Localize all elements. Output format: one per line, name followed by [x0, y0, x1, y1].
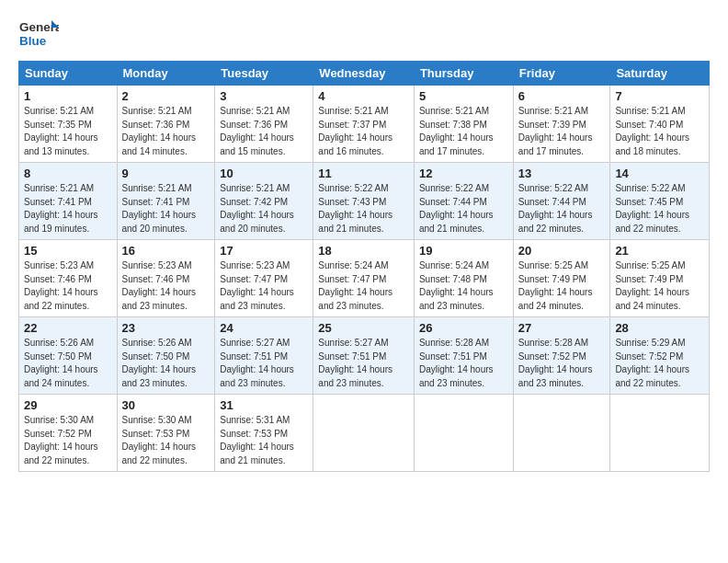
day-cell: 10Sunrise: 5:21 AM Sunset: 7:42 PM Dayli… — [215, 163, 313, 240]
calendar: SundayMondayTuesdayWednesdayThursdayFrid… — [18, 61, 710, 472]
day-cell — [414, 395, 513, 472]
day-info: Sunrise: 5:21 AM Sunset: 7:36 PM Dayligh… — [220, 105, 308, 158]
day-cell: 19Sunrise: 5:24 AM Sunset: 7:48 PM Dayli… — [414, 240, 513, 317]
day-info: Sunrise: 5:28 AM Sunset: 7:51 PM Dayligh… — [419, 337, 508, 390]
day-cell: 18Sunrise: 5:24 AM Sunset: 7:47 PM Dayli… — [313, 240, 415, 317]
day-number: 17 — [220, 244, 308, 258]
day-cell: 7Sunrise: 5:21 AM Sunset: 7:40 PM Daylig… — [610, 86, 710, 163]
day-info: Sunrise: 5:21 AM Sunset: 7:41 PM Dayligh… — [24, 182, 112, 236]
day-header: Thursday — [414, 62, 513, 86]
day-header: Sunday — [19, 62, 118, 86]
day-cell: 2Sunrise: 5:21 AM Sunset: 7:36 PM Daylig… — [117, 86, 215, 163]
day-number: 24 — [220, 321, 308, 335]
day-cell: 16Sunrise: 5:23 AM Sunset: 7:46 PM Dayli… — [117, 240, 215, 317]
day-cell: 1Sunrise: 5:21 AM Sunset: 7:35 PM Daylig… — [19, 86, 118, 163]
day-cell: 17Sunrise: 5:23 AM Sunset: 7:47 PM Dayli… — [215, 240, 313, 317]
day-number: 9 — [122, 167, 210, 180]
day-info: Sunrise: 5:24 AM Sunset: 7:47 PM Dayligh… — [318, 259, 409, 313]
day-info: Sunrise: 5:21 AM Sunset: 7:40 PM Dayligh… — [615, 105, 704, 158]
day-info: Sunrise: 5:29 AM Sunset: 7:52 PM Dayligh… — [615, 337, 704, 390]
day-cell: 9Sunrise: 5:21 AM Sunset: 7:41 PM Daylig… — [117, 163, 215, 240]
header-row: SundayMondayTuesdayWednesdayThursdayFrid… — [19, 62, 710, 86]
day-info: Sunrise: 5:22 AM Sunset: 7:45 PM Dayligh… — [615, 182, 704, 236]
day-number: 23 — [122, 321, 210, 335]
day-info: Sunrise: 5:23 AM Sunset: 7:46 PM Dayligh… — [24, 259, 112, 313]
week-row: 1Sunrise: 5:21 AM Sunset: 7:35 PM Daylig… — [19, 86, 710, 163]
day-cell: 26Sunrise: 5:28 AM Sunset: 7:51 PM Dayli… — [414, 317, 513, 395]
day-number: 6 — [518, 89, 606, 103]
day-cell: 21Sunrise: 5:25 AM Sunset: 7:49 PM Dayli… — [610, 240, 710, 317]
day-header: Tuesday — [215, 62, 313, 86]
day-info: Sunrise: 5:31 AM Sunset: 7:53 PM Dayligh… — [220, 414, 308, 467]
header: General Blue — [18, 15, 710, 55]
day-info: Sunrise: 5:21 AM Sunset: 7:38 PM Dayligh… — [419, 105, 508, 158]
day-number: 18 — [318, 244, 409, 258]
logo: General Blue — [18, 15, 59, 55]
day-number: 2 — [122, 89, 210, 103]
day-info: Sunrise: 5:27 AM Sunset: 7:51 PM Dayligh… — [318, 337, 409, 390]
day-number: 31 — [220, 398, 308, 412]
day-info: Sunrise: 5:21 AM Sunset: 7:41 PM Dayligh… — [122, 182, 210, 236]
day-header: Monday — [117, 62, 215, 86]
day-info: Sunrise: 5:26 AM Sunset: 7:50 PM Dayligh… — [122, 337, 210, 390]
day-info: Sunrise: 5:30 AM Sunset: 7:53 PM Dayligh… — [122, 414, 210, 467]
day-info: Sunrise: 5:21 AM Sunset: 7:39 PM Dayligh… — [518, 105, 606, 158]
day-number: 29 — [24, 398, 112, 412]
day-cell: 15Sunrise: 5:23 AM Sunset: 7:46 PM Dayli… — [19, 240, 118, 317]
day-cell: 6Sunrise: 5:21 AM Sunset: 7:39 PM Daylig… — [513, 86, 610, 163]
day-cell: 28Sunrise: 5:29 AM Sunset: 7:52 PM Dayli… — [610, 317, 710, 395]
day-number: 27 — [518, 321, 606, 335]
day-number: 13 — [518, 167, 606, 180]
day-number: 28 — [615, 321, 704, 335]
day-cell: 24Sunrise: 5:27 AM Sunset: 7:51 PM Dayli… — [215, 317, 313, 395]
day-number: 21 — [615, 244, 704, 258]
day-number: 14 — [615, 167, 704, 180]
day-cell: 14Sunrise: 5:22 AM Sunset: 7:45 PM Dayli… — [610, 163, 710, 240]
day-cell: 8Sunrise: 5:21 AM Sunset: 7:41 PM Daylig… — [19, 163, 118, 240]
day-info: Sunrise: 5:25 AM Sunset: 7:49 PM Dayligh… — [518, 259, 606, 313]
day-cell: 27Sunrise: 5:28 AM Sunset: 7:52 PM Dayli… — [513, 317, 610, 395]
day-info: Sunrise: 5:30 AM Sunset: 7:52 PM Dayligh… — [24, 414, 112, 467]
day-header: Saturday — [610, 62, 710, 86]
day-cell: 3Sunrise: 5:21 AM Sunset: 7:36 PM Daylig… — [215, 86, 313, 163]
day-number: 1 — [24, 89, 112, 103]
page: General Blue SundayMondayTuesdayWednesda… — [0, 0, 728, 481]
day-number: 5 — [419, 89, 508, 103]
day-number: 30 — [122, 398, 210, 412]
day-header: Wednesday — [313, 62, 415, 86]
day-info: Sunrise: 5:21 AM Sunset: 7:42 PM Dayligh… — [220, 182, 308, 236]
day-cell: 25Sunrise: 5:27 AM Sunset: 7:51 PM Dayli… — [313, 317, 415, 395]
day-number: 16 — [122, 244, 210, 258]
day-info: Sunrise: 5:25 AM Sunset: 7:49 PM Dayligh… — [615, 259, 704, 313]
day-cell: 31Sunrise: 5:31 AM Sunset: 7:53 PM Dayli… — [215, 395, 313, 472]
day-cell: 20Sunrise: 5:25 AM Sunset: 7:49 PM Dayli… — [513, 240, 610, 317]
week-row: 15Sunrise: 5:23 AM Sunset: 7:46 PM Dayli… — [19, 240, 710, 317]
day-number: 8 — [24, 167, 112, 180]
day-number: 12 — [419, 167, 508, 180]
day-header: Friday — [513, 62, 610, 86]
day-cell: 13Sunrise: 5:22 AM Sunset: 7:44 PM Dayli… — [513, 163, 610, 240]
day-cell: 11Sunrise: 5:22 AM Sunset: 7:43 PM Dayli… — [313, 163, 415, 240]
day-info: Sunrise: 5:23 AM Sunset: 7:47 PM Dayligh… — [220, 259, 308, 313]
week-row: 29Sunrise: 5:30 AM Sunset: 7:52 PM Dayli… — [19, 395, 710, 472]
day-cell: 4Sunrise: 5:21 AM Sunset: 7:37 PM Daylig… — [313, 86, 415, 163]
day-cell: 29Sunrise: 5:30 AM Sunset: 7:52 PM Dayli… — [19, 395, 118, 472]
day-cell: 30Sunrise: 5:30 AM Sunset: 7:53 PM Dayli… — [117, 395, 215, 472]
svg-text:Blue: Blue — [19, 34, 47, 48]
day-cell — [513, 395, 610, 472]
day-number: 19 — [419, 244, 508, 258]
day-cell: 5Sunrise: 5:21 AM Sunset: 7:38 PM Daylig… — [414, 86, 513, 163]
day-cell — [610, 395, 710, 472]
day-info: Sunrise: 5:21 AM Sunset: 7:35 PM Dayligh… — [24, 105, 112, 158]
day-number: 4 — [318, 89, 409, 103]
day-number: 22 — [24, 321, 112, 335]
day-info: Sunrise: 5:22 AM Sunset: 7:44 PM Dayligh… — [518, 182, 606, 236]
day-number: 3 — [220, 89, 308, 103]
day-info: Sunrise: 5:22 AM Sunset: 7:44 PM Dayligh… — [419, 182, 508, 236]
day-info: Sunrise: 5:28 AM Sunset: 7:52 PM Dayligh… — [518, 337, 606, 390]
day-number: 7 — [615, 89, 704, 103]
day-info: Sunrise: 5:22 AM Sunset: 7:43 PM Dayligh… — [318, 182, 409, 236]
week-row: 22Sunrise: 5:26 AM Sunset: 7:50 PM Dayli… — [19, 317, 710, 395]
day-info: Sunrise: 5:21 AM Sunset: 7:36 PM Dayligh… — [122, 105, 210, 158]
day-cell: 22Sunrise: 5:26 AM Sunset: 7:50 PM Dayli… — [19, 317, 118, 395]
